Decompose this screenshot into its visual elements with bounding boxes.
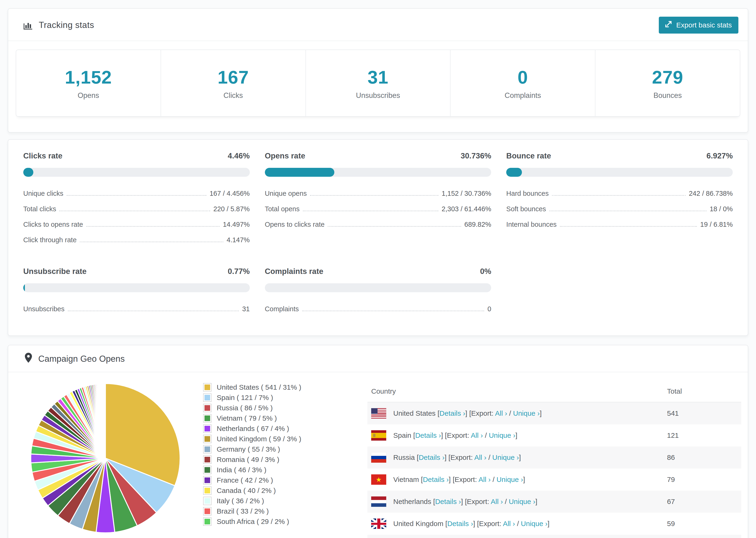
legend-label: South Africa ( 29 / 2% ) <box>217 517 289 525</box>
rate-progress-track <box>265 168 491 177</box>
legend-item[interactable]: Brazil ( 33 / 2% ) <box>203 506 353 516</box>
legend-label: United Kingdom ( 59 / 3% ) <box>217 435 301 443</box>
rate-items: Hard bounces 242 / 86.738% Soft bounces … <box>506 188 733 228</box>
details-link[interactable]: Details › <box>447 520 473 527</box>
geo-row-country: Vietnam <box>393 476 421 483</box>
legend-item[interactable]: United States ( 541 / 31% ) <box>203 382 353 393</box>
geo-row-total: 86 <box>667 454 737 461</box>
legend-swatch <box>203 445 212 454</box>
rate-item-label: Total clicks <box>23 205 56 213</box>
rate-item-value: 1,152 / 30.736% <box>442 190 491 197</box>
pie-svg[interactable] <box>28 381 183 536</box>
export-all-link[interactable]: All › <box>491 498 503 506</box>
tracking-stats-header: Tracking stats Export basic stats <box>8 9 748 41</box>
export-all-link[interactable]: All › <box>471 431 483 439</box>
stat-box: 31 Unsubscribes <box>306 50 451 116</box>
export-all-link[interactable]: All › <box>503 520 515 527</box>
export-unique-link[interactable]: Unique › <box>492 454 519 461</box>
rate-block: Clicks rate 4.46% Unique clicks 167 / 4.… <box>23 151 250 250</box>
export-unique-link[interactable]: Unique › <box>513 409 540 417</box>
rates-card: Clicks rate 4.46% Unique clicks 167 / 4.… <box>8 139 748 336</box>
export-unique-link[interactable]: Unique › <box>509 498 535 506</box>
tracking-stats-card: Tracking stats Export basic stats 1,152 … <box>8 8 748 133</box>
export-all-link[interactable]: All › <box>474 454 486 461</box>
legend-swatch <box>203 517 212 526</box>
rate-title: Opens rate <box>265 151 305 160</box>
rate-percent: 0.77% <box>228 267 250 276</box>
stat-box: 279 Bounces <box>595 50 740 116</box>
rate-item-label: Unsubscribes <box>23 305 65 313</box>
legend-label: Romania ( 49 / 3% ) <box>217 456 279 463</box>
legend-item[interactable]: Italy ( 36 / 2% ) <box>203 496 353 506</box>
legend-item[interactable]: South Africa ( 29 / 2% ) <box>203 516 353 527</box>
export-unique-link[interactable]: Unique › <box>521 520 548 527</box>
legend-item[interactable]: Spain ( 121 / 7% ) <box>203 393 353 403</box>
export-basic-stats-button[interactable]: Export basic stats <box>659 17 738 33</box>
rate-item-label: Soft bounces <box>506 205 546 213</box>
legend-item[interactable]: Romania ( 49 / 3% ) <box>203 455 353 465</box>
column-header-country: Country <box>371 387 667 395</box>
export-unique-link[interactable]: Unique › <box>497 476 523 483</box>
rate-progress-track <box>265 283 491 292</box>
rate-item-label: Click through rate <box>23 236 77 244</box>
legend-label: France ( 42 / 2% ) <box>217 476 273 484</box>
legend-label: Canada ( 40 / 2% ) <box>217 487 276 495</box>
details-link[interactable]: Details › <box>419 454 445 461</box>
rate-item-label: Total opens <box>265 205 299 213</box>
geo-row-total: 79 <box>667 476 737 484</box>
rate-item: Unique clicks 167 / 4.456% <box>23 188 250 197</box>
export-unique-link[interactable]: Unique › <box>489 431 515 439</box>
geo-row-total: 59 <box>667 520 737 528</box>
legend-item[interactable]: United Kingdom ( 59 / 3% ) <box>203 434 353 444</box>
rate-items: Unique clicks 167 / 4.456% Total clicks … <box>23 188 250 244</box>
rate-title: Clicks rate <box>23 151 63 160</box>
geo-row-total: 121 <box>667 431 737 439</box>
tracking-stats-page: Tracking stats Export basic stats 1,152 … <box>0 0 756 538</box>
details-link[interactable]: Details › <box>440 409 465 417</box>
legend-item[interactable]: India ( 46 / 3% ) <box>203 465 353 475</box>
legend-item[interactable]: Germany ( 55 / 3% ) <box>203 444 353 455</box>
rate-item-value: 220 / 5.87% <box>213 205 250 213</box>
pie-slice[interactable] <box>105 384 105 458</box>
dotted-leader <box>310 195 438 196</box>
geo-table-row: Vietnam [Details ›] [Export: All › / Uni… <box>367 468 741 491</box>
rate-item: Click through rate 4.147% <box>23 235 250 244</box>
legend-swatch <box>203 507 212 515</box>
dotted-leader <box>303 211 438 211</box>
geo-row-total: 67 <box>667 498 737 506</box>
rate-title: Unsubscribe rate <box>23 267 87 276</box>
geo-table-body: United States [Details ›] [Export: All ›… <box>367 402 741 538</box>
rate-item-value: 18 / 0% <box>710 205 733 213</box>
rate-item-value: 14.497% <box>223 221 250 228</box>
legend-swatch <box>203 414 212 422</box>
rate-item-value: 242 / 86.738% <box>689 190 733 197</box>
legend-swatch <box>203 466 212 474</box>
rate-item-value: 689.82% <box>464 221 491 228</box>
details-link[interactable]: Details › <box>435 498 461 506</box>
details-link[interactable]: Details › <box>415 431 441 439</box>
legend-label: Russia ( 86 / 5% ) <box>217 404 273 412</box>
legend-item[interactable]: France ( 42 / 2% ) <box>203 475 353 485</box>
geo-table: Country Total United States [Details ›] … <box>367 381 741 538</box>
details-link[interactable]: Details › <box>423 476 449 483</box>
legend-swatch <box>203 497 212 505</box>
rate-item-label: Complaints <box>265 305 299 313</box>
flag-nl-icon <box>371 497 386 507</box>
bar-chart-icon <box>23 20 33 30</box>
legend-item[interactable]: Russia ( 86 / 5% ) <box>203 403 353 413</box>
geo-pie-chart[interactable] <box>28 381 183 538</box>
dotted-leader <box>59 211 210 211</box>
pie-legend: United States ( 541 / 31% ) Spain ( 121 … <box>203 381 353 538</box>
rate-item: Hard bounces 242 / 86.738% <box>506 188 733 197</box>
legend-item[interactable]: Netherlands ( 67 / 4% ) <box>203 423 353 434</box>
legend-item[interactable]: Vietnam ( 79 / 5% ) <box>203 413 353 423</box>
rate-item: Soft bounces 18 / 0% <box>506 203 733 213</box>
rate-item-value: 31 <box>242 305 249 313</box>
dotted-leader <box>68 310 239 311</box>
legend-item[interactable]: Canada ( 40 / 2% ) <box>203 485 353 496</box>
campaign-geo-opens-header: Campaign Geo Opens <box>8 345 748 372</box>
top-spacer <box>0 0 756 8</box>
export-all-link[interactable]: All › <box>495 409 507 417</box>
rate-item: Unique opens 1,152 / 30.736% <box>265 188 491 197</box>
export-all-link[interactable]: All › <box>478 476 491 483</box>
